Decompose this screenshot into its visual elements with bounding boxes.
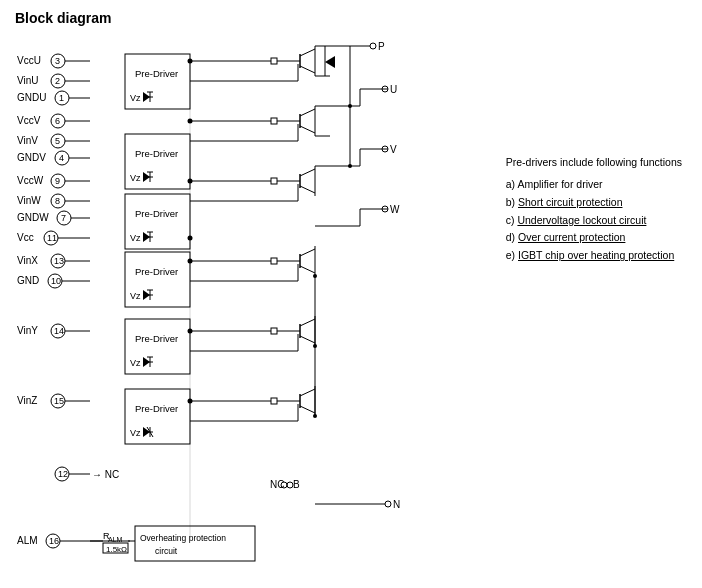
svg-text:GND: GND <box>17 275 39 286</box>
svg-text:Vz: Vz <box>130 233 141 243</box>
legend-intro: Pre-drivers include following functions <box>506 154 682 172</box>
svg-point-186 <box>313 344 317 348</box>
svg-rect-107 <box>135 526 255 561</box>
svg-text:→ NC: → NC <box>92 469 119 480</box>
svg-rect-210 <box>271 118 277 124</box>
svg-text:Vz: Vz <box>130 93 141 103</box>
svg-point-189 <box>385 501 391 507</box>
svg-text:Pre-Driver: Pre-Driver <box>135 403 178 414</box>
legend-item-b-text: Short circuit protection <box>518 196 622 208</box>
svg-text:14: 14 <box>54 326 64 336</box>
legend-item-c: c) Undervoltage lockout circuit <box>506 212 682 230</box>
svg-line-145 <box>300 169 315 176</box>
svg-text:GNDW: GNDW <box>17 212 49 223</box>
svg-text:U: U <box>390 84 397 95</box>
svg-text:P: P <box>378 41 385 52</box>
legend-item-d: d) Over current protection <box>506 229 682 247</box>
svg-text:Pre-Driver: Pre-Driver <box>135 68 178 79</box>
svg-marker-126 <box>325 56 335 68</box>
svg-line-146 <box>300 186 315 193</box>
svg-text:4: 4 <box>59 153 64 163</box>
svg-text:VinX: VinX <box>17 255 38 266</box>
svg-text:8: 8 <box>55 196 60 206</box>
svg-line-170 <box>300 336 315 343</box>
legend-item-a: a) Amplifier for driver <box>506 176 682 194</box>
svg-text:Vz: Vz <box>130 291 141 301</box>
svg-text:12: 12 <box>58 469 68 479</box>
svg-rect-212 <box>271 258 277 264</box>
legend-item-d-text: Over current protection <box>518 231 625 243</box>
svg-text:VinU: VinU <box>17 75 39 86</box>
svg-point-128 <box>370 43 376 49</box>
legend-item-c-text: Undervoltage lockout circuit <box>517 214 646 226</box>
svg-text:VinZ: VinZ <box>17 395 37 406</box>
svg-line-118 <box>300 49 315 56</box>
page-title: Block diagram <box>15 10 687 26</box>
svg-text:Vcc: Vcc <box>17 232 34 243</box>
block-diagram-svg: VccU 3 VinU 2 GNDU 1 VccV 6 VinV 5 <box>15 34 475 579</box>
svg-text:13: 13 <box>54 256 64 266</box>
svg-text:7: 7 <box>61 213 66 223</box>
svg-text:Vz: Vz <box>130 173 141 183</box>
svg-text:3: 3 <box>55 56 60 66</box>
svg-rect-209 <box>271 58 277 64</box>
svg-text:1: 1 <box>59 93 64 103</box>
svg-text:9: 9 <box>55 176 60 186</box>
svg-text:GNDU: GNDU <box>17 92 46 103</box>
svg-line-176 <box>300 389 315 396</box>
svg-line-132 <box>300 109 315 116</box>
svg-text:Pre-Driver: Pre-Driver <box>135 148 178 159</box>
svg-line-158 <box>300 266 315 273</box>
svg-text:Vz: Vz <box>130 358 141 368</box>
svg-text:15: 15 <box>54 396 64 406</box>
svg-text:11: 11 <box>47 233 57 243</box>
svg-text:ALM: ALM <box>108 536 123 543</box>
svg-text:16: 16 <box>49 536 59 546</box>
svg-text:VinY: VinY <box>17 325 38 336</box>
svg-text:circuit: circuit <box>155 546 178 556</box>
svg-text:GNDV: GNDV <box>17 152 46 163</box>
svg-line-177 <box>300 406 315 413</box>
page-container: Block diagram VccU 3 VinU 2 <box>0 0 702 588</box>
svg-rect-214 <box>271 398 277 404</box>
svg-text:V: V <box>390 144 397 155</box>
svg-point-185 <box>313 274 317 278</box>
svg-text:1.5kΩ: 1.5kΩ <box>106 545 127 554</box>
diagram-area: VccU 3 VinU 2 GNDU 1 VccV 6 VinV 5 <box>15 34 687 574</box>
svg-text:6: 6 <box>55 116 60 126</box>
legend-item-e-text: IGBT chip over heating protection <box>518 249 674 261</box>
svg-text:Pre-Driver: Pre-Driver <box>135 266 178 277</box>
svg-text:NC: NC <box>270 479 284 490</box>
legend-area: Pre-drivers include following functions … <box>506 154 682 265</box>
svg-text:N: N <box>393 499 400 510</box>
legend-item-e: e) IGBT chip over heating protection <box>506 247 682 265</box>
svg-text:VccU: VccU <box>17 55 41 66</box>
svg-text:B: B <box>293 479 300 490</box>
svg-text:5: 5 <box>55 136 60 146</box>
svg-text:Pre-Driver: Pre-Driver <box>135 333 178 344</box>
svg-text:VinV: VinV <box>17 135 38 146</box>
svg-point-182 <box>348 104 352 108</box>
legend-item-b: b) Short circuit protection <box>506 194 682 212</box>
svg-text:VccW: VccW <box>17 175 44 186</box>
svg-text:2: 2 <box>55 76 60 86</box>
svg-line-169 <box>300 319 315 326</box>
svg-text:10: 10 <box>51 276 61 286</box>
svg-line-133 <box>300 126 315 133</box>
svg-text:ALM: ALM <box>17 535 38 546</box>
svg-point-183 <box>348 164 352 168</box>
svg-rect-213 <box>271 328 277 334</box>
svg-text:VccV: VccV <box>17 115 41 126</box>
svg-line-157 <box>300 249 315 256</box>
svg-line-119 <box>300 66 315 73</box>
svg-text:Pre-Driver: Pre-Driver <box>135 208 178 219</box>
svg-text:Vz: Vz <box>130 428 141 438</box>
svg-text:Overheating protection: Overheating protection <box>140 533 226 543</box>
svg-text:W: W <box>390 204 400 215</box>
svg-rect-211 <box>271 178 277 184</box>
svg-text:VinW: VinW <box>17 195 41 206</box>
svg-point-187 <box>313 414 317 418</box>
